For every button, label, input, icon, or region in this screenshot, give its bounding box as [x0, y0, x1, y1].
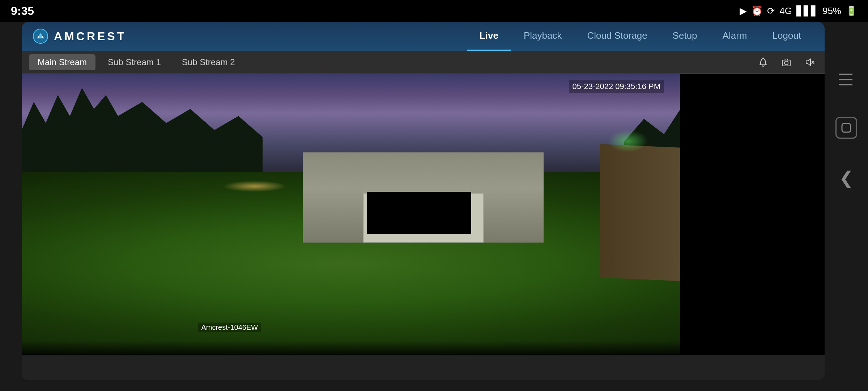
nav-link-setup[interactable]: Setup — [660, 22, 710, 51]
stream-toolbar — [755, 54, 817, 70]
right-black-area — [680, 74, 825, 355]
main-stream-button[interactable]: Main Stream — [29, 54, 95, 70]
nav-link-live[interactable]: Live — [467, 22, 511, 51]
alarm-icon: ⏰ — [751, 5, 763, 17]
svg-rect-7 — [842, 123, 851, 132]
app-container: AMCREST Live Playback Cloud Storage Setu… — [22, 22, 825, 380]
amcrest-logo-icon — [33, 28, 48, 44]
status-bar: 9:35 ▶ ⏰ ⟳ 4G ▋▋▋ 95% 🔋 — [0, 0, 868, 22]
home-button[interactable] — [835, 117, 857, 139]
camera-label: Amcrest-1046EW — [198, 323, 261, 332]
svg-point-2 — [762, 58, 764, 59]
signal-bars-icon: ▋▋▋ — [796, 5, 818, 17]
nav-link-logout[interactable]: Logout — [760, 22, 814, 51]
light-glow-left — [222, 181, 287, 192]
nav-link-alarm[interactable]: Alarm — [710, 22, 760, 51]
svg-point-1 — [39, 34, 42, 38]
camera-icon[interactable] — [778, 54, 794, 70]
nav-link-playback[interactable]: Playback — [511, 22, 575, 51]
redaction-box — [367, 192, 472, 234]
video-timestamp: 05-23-2022 09:35:16 PM — [569, 80, 664, 93]
camera-scene: 05-23-2022 09:35:16 PM Amcrest-1046EW — [22, 74, 825, 355]
volume-bars-indicator: ||| — [838, 72, 855, 88]
video-area: 05-23-2022 09:35:16 PM Amcrest-1046EW — [22, 74, 825, 355]
logo-text: AMCREST — [54, 30, 126, 43]
status-time: 9:35 — [11, 4, 34, 18]
logo-area: AMCREST — [33, 28, 126, 44]
svg-point-4 — [784, 61, 788, 65]
nav-bar: AMCREST Live Playback Cloud Storage Setu… — [22, 22, 825, 51]
battery-level: 95% — [822, 5, 841, 17]
status-icons: ▶ ⏰ ⟳ 4G ▋▋▋ 95% 🔋 — [740, 5, 857, 17]
wifi-icon: ⟳ — [767, 5, 775, 17]
battery-icon: 🔋 — [846, 5, 857, 17]
bell-icon[interactable] — [755, 54, 771, 70]
youtube-icon: ▶ — [740, 5, 747, 17]
sub-stream-1-button[interactable]: Sub Stream 1 — [99, 54, 170, 70]
phone-controls: ||| ❮ — [825, 72, 868, 188]
signal-icon: 4G — [779, 5, 792, 17]
stream-bar: Main Stream Sub Stream 1 Sub Stream 2 — [22, 51, 825, 74]
bottom-vignette — [22, 341, 825, 355]
back-button[interactable]: ❮ — [839, 168, 854, 188]
sub-stream-2-button[interactable]: Sub Stream 2 — [173, 54, 244, 70]
bottom-bar — [22, 355, 825, 380]
volume-mute-icon[interactable] — [801, 54, 817, 70]
nav-links: Live Playback Cloud Storage Setup Alarm … — [467, 22, 814, 51]
nav-link-cloud-storage[interactable]: Cloud Storage — [574, 22, 660, 51]
light-glow-green — [608, 130, 648, 152]
